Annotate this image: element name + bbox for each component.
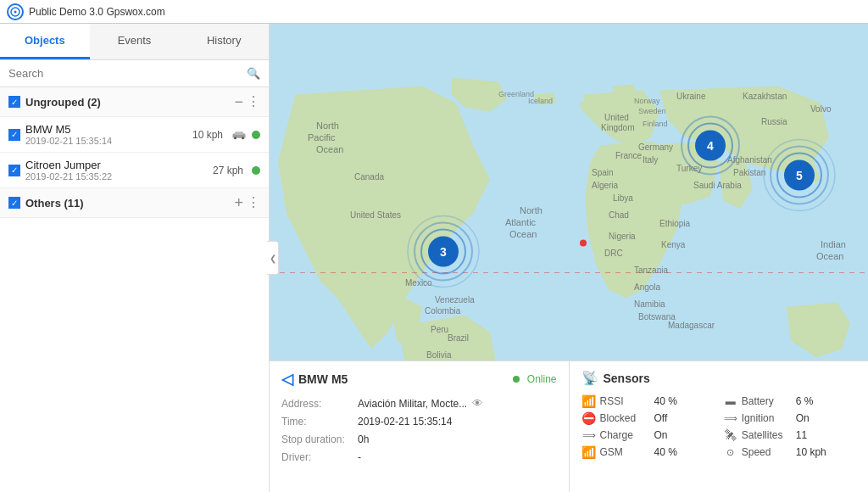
svg-text:Kazakhstan: Kazakhstan: [743, 92, 787, 101]
svg-text:Ocean: Ocean: [816, 251, 843, 261]
sensor-charge: ⟹ Charge On: [581, 428, 715, 442]
bmw-m5-status-dot: [252, 131, 260, 139]
svg-text:Tanzania: Tanzania: [634, 266, 668, 275]
svg-text:Russia: Russia: [761, 117, 787, 126]
address-label: Address:: [281, 398, 358, 410]
satellites-icon: 🛰: [723, 428, 738, 442]
logo-icon: [7, 3, 24, 20]
ignition-icon: ⟹: [723, 413, 738, 424]
svg-text:Saudi Arabia: Saudi Arabia: [693, 181, 742, 190]
search-input[interactable]: [8, 67, 242, 80]
svg-rect-4: [235, 131, 244, 135]
top-bar-title: Public Demo 3.0 Gpswox.com: [29, 6, 165, 18]
bmw-m5-name: BMW M5: [25, 123, 70, 136]
gsm-icon: 📶: [581, 445, 597, 459]
sensors-panel: 📡 Sensors 📶 RSSI 40 % ▬ Bat: [569, 361, 869, 492]
svg-text:Pacific: Pacific: [308, 132, 336, 143]
vehicle-info-header: ◁ BMW M5 Online: [281, 370, 557, 389]
ignition-value: On: [796, 412, 810, 424]
svg-text:Angola: Angola: [634, 282, 661, 292]
svg-text:Kingdom: Kingdom: [601, 123, 634, 132]
driver-value: -: [358, 451, 361, 463]
ignition-name: Ignition: [742, 412, 793, 424]
svg-point-23: [580, 240, 587, 247]
rssi-name: RSSI: [600, 395, 651, 407]
vehicle-status: Online: [527, 373, 557, 385]
object-citroen-jumper[interactable]: Citroen Jumper 2019-02-21 15:35:22 27 kp…: [0, 153, 269, 188]
svg-text:Peru: Peru: [431, 325, 448, 334]
svg-text:Ocean: Ocean: [316, 144, 343, 154]
group-actions: − ⋮: [234, 94, 260, 109]
sensor-gsm: 📶 GSM 40 %: [581, 445, 715, 459]
driver-row: Driver: -: [281, 451, 557, 463]
others-dots-btn[interactable]: ⋮: [247, 196, 260, 210]
svg-text:Colombia: Colombia: [425, 306, 461, 316]
ungrouped-group-name: Ungrouped (2): [25, 96, 229, 109]
svg-text:Nigeria: Nigeria: [609, 232, 636, 241]
battery-name: Battery: [742, 395, 793, 407]
svg-text:4: 4: [707, 139, 714, 153]
svg-text:Bolivia: Bolivia: [426, 350, 452, 360]
sidebar: Objects Events History 🔍 Ungrouped (2) −…: [0, 24, 270, 492]
rssi-icon: 📶: [581, 394, 597, 408]
others-checkbox[interactable]: [8, 197, 20, 209]
map-area[interactable]: 3 4 5 North Pacific Ocean North: [270, 24, 868, 492]
citroen-status-dot: [252, 166, 260, 175]
tab-history[interactable]: History: [179, 24, 269, 59]
sidebar-collapse-handle[interactable]: ❮: [267, 241, 279, 275]
sensor-blocked: ⛔ Blocked Off: [581, 411, 715, 425]
svg-text:Indian: Indian: [821, 239, 846, 249]
svg-text:Kenya: Kenya: [661, 240, 686, 249]
sensor-speed: ⊙ Speed 10 kph: [723, 445, 856, 459]
svg-text:Finland: Finland: [643, 120, 668, 128]
stop-duration-row: Stop duration: 0h: [281, 433, 557, 445]
tab-objects[interactable]: Objects: [0, 24, 90, 59]
others-plus-btn[interactable]: +: [234, 195, 243, 210]
svg-text:Iceland: Iceland: [528, 97, 553, 105]
ungrouped-dots-btn[interactable]: ⋮: [247, 95, 260, 109]
bmw-m5-time: 2019-02-21 15:35:14: [25, 136, 187, 146]
ungrouped-checkbox[interactable]: [8, 96, 20, 108]
group-others-header: Others (11) + ⋮: [0, 188, 269, 218]
svg-text:Chad: Chad: [609, 210, 629, 220]
rssi-value: 40 %: [654, 395, 677, 407]
svg-text:France: France: [615, 151, 643, 160]
vehicle-info: ◁ BMW M5 Online Address: Aviación Milita…: [270, 361, 569, 492]
svg-text:North: North: [316, 120, 339, 131]
citroen-checkbox[interactable]: [8, 165, 20, 176]
svg-point-2: [14, 10, 17, 13]
driver-label: Driver:: [281, 451, 358, 463]
svg-text:Algeria: Algeria: [592, 181, 619, 190]
svg-text:North: North: [520, 205, 542, 215]
svg-text:Namibia: Namibia: [634, 299, 665, 309]
sensor-ignition: ⟹ Ignition On: [723, 411, 856, 425]
svg-text:Sweden: Sweden: [638, 107, 666, 115]
info-panel: ◁ BMW M5 Online Address: Aviación Milita…: [270, 361, 868, 492]
sensor-battery: ▬ Battery 6 %: [723, 394, 856, 408]
sensors-grid: 📶 RSSI 40 % ▬ Battery 6 % ⛔: [581, 394, 857, 459]
others-group-actions: + ⋮: [234, 195, 260, 210]
bmw-m5-speed: 10 kph: [192, 129, 223, 141]
tab-events[interactable]: Events: [90, 24, 180, 59]
svg-text:Italy: Italy: [643, 155, 658, 165]
speed-value: 10 kph: [796, 446, 826, 458]
charge-icon: ⟹: [581, 430, 597, 441]
svg-text:Atlantic: Atlantic: [505, 217, 537, 227]
object-bmw-m5[interactable]: BMW M5 2019-02-21 15:35:14 10 kph: [0, 117, 269, 153]
svg-text:United States: United States: [350, 210, 401, 220]
svg-text:Afghanistan: Afghanistan: [727, 155, 772, 165]
bmw-m5-checkbox[interactable]: [8, 129, 20, 141]
speed-name: Speed: [742, 446, 793, 458]
others-group-name: Others (11): [25, 197, 229, 210]
eye-icon[interactable]: 👁: [472, 397, 483, 410]
time-row: Time: 2019-02-21 15:35:14: [281, 416, 557, 428]
top-bar: Public Demo 3.0 Gpswox.com: [0, 0, 868, 24]
sensors-header: 📡 Sensors: [581, 370, 857, 386]
satellites-value: 11: [796, 429, 807, 441]
ungrouped-minus-btn[interactable]: −: [234, 94, 243, 109]
svg-text:Ukraine: Ukraine: [676, 92, 706, 101]
svg-point-6: [242, 137, 244, 139]
time-label: Time:: [281, 416, 358, 428]
svg-text:Germany: Germany: [638, 143, 673, 152]
search-icon[interactable]: 🔍: [247, 67, 260, 80]
